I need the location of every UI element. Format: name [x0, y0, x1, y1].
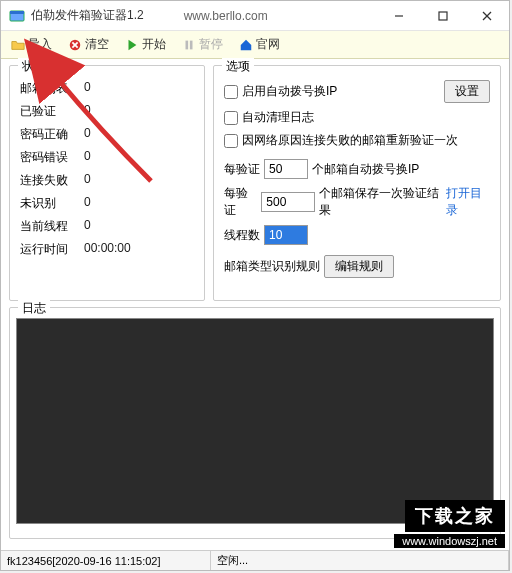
edit-rule-button[interactable]: 编辑规则: [324, 255, 394, 278]
status-label: 已验证: [20, 103, 84, 120]
statusbar-right: 空闲...: [211, 551, 509, 570]
start-button[interactable]: 开始: [119, 34, 172, 55]
log-textarea[interactable]: [16, 318, 494, 524]
svg-marker-9: [129, 39, 137, 50]
pause-button[interactable]: 暂停: [176, 34, 229, 55]
status-row: 密码错误0: [20, 149, 194, 166]
status-value: 0: [84, 195, 91, 212]
play-icon: [125, 38, 139, 52]
svg-rect-3: [439, 12, 447, 20]
import-button[interactable]: 导入: [5, 34, 58, 55]
pause-label: 暂停: [199, 36, 223, 53]
toolbar: 导入 清空 开始 暂停 官网: [1, 31, 509, 59]
status-label: 邮箱列表: [20, 80, 84, 97]
status-value: 0: [84, 172, 91, 189]
import-label: 导入: [28, 36, 52, 53]
dial-suffix: 个邮箱自动拨号换IP: [312, 161, 419, 178]
titlebar: 伯勒发件箱验证器1.2 www.berllo.com: [1, 1, 509, 31]
threads-input[interactable]: [264, 225, 308, 245]
dial-prefix: 每验证: [224, 161, 260, 178]
options-panel-title: 选项: [222, 58, 254, 75]
clear-icon: [68, 38, 82, 52]
watermark-logo: 下载之家: [405, 500, 505, 532]
save-prefix: 每验证: [224, 185, 257, 219]
status-label: 密码正确: [20, 126, 84, 143]
retry-label: 因网络原因连接失败的邮箱重新验证一次: [242, 132, 458, 149]
options-panel: 选项 启用自动拨号换IP 设置 自动清理日志 因网络原因连接失败的邮箱重新验证一…: [213, 65, 501, 301]
status-row: 当前线程0: [20, 218, 194, 235]
status-value: 00:00:00: [84, 241, 131, 258]
save-count-input[interactable]: [261, 192, 315, 212]
status-panel-title: 状态: [18, 58, 50, 75]
status-label: 当前线程: [20, 218, 84, 235]
status-row: 邮箱列表0: [20, 80, 194, 97]
status-label: 运行时间: [20, 241, 84, 258]
minimize-button[interactable]: [377, 1, 421, 31]
autodial-label: 启用自动拨号换IP: [242, 83, 337, 100]
dial-count-input[interactable]: [264, 159, 308, 179]
autoclean-label: 自动清理日志: [242, 109, 314, 126]
status-value: 0: [84, 218, 91, 235]
save-suffix: 个邮箱保存一次验证结果: [319, 185, 441, 219]
app-icon: [9, 8, 25, 24]
status-value: 0: [84, 149, 91, 166]
svg-rect-10: [186, 40, 189, 49]
window-title: 伯勒发件箱验证器1.2: [31, 7, 144, 24]
rule-label: 邮箱类型识别规则: [224, 258, 320, 275]
status-label: 密码错误: [20, 149, 84, 166]
status-row: 连接失败0: [20, 172, 194, 189]
status-row: 密码正确0: [20, 126, 194, 143]
site-button[interactable]: 官网: [233, 34, 286, 55]
status-value: 0: [84, 126, 91, 143]
status-label: 未识别: [20, 195, 84, 212]
clear-label: 清空: [85, 36, 109, 53]
statusbar-left: fk123456[2020-09-16 11:15:02]: [1, 551, 211, 570]
statusbar: fk123456[2020-09-16 11:15:02] 空闲...: [1, 550, 509, 570]
status-value: 0: [84, 103, 91, 120]
svg-rect-11: [190, 40, 193, 49]
home-icon: [239, 38, 253, 52]
status-row: 未识别0: [20, 195, 194, 212]
status-label: 连接失败: [20, 172, 84, 189]
maximize-button[interactable]: [421, 1, 465, 31]
window-url: www.berllo.com: [184, 9, 268, 23]
autodial-checkbox[interactable]: [224, 85, 238, 99]
site-label: 官网: [256, 36, 280, 53]
pause-icon: [182, 38, 196, 52]
autoclean-checkbox[interactable]: [224, 111, 238, 125]
watermark-url: www.windowszj.net: [394, 534, 505, 548]
status-panel: 状态 邮箱列表0已验证0密码正确0密码错误0连接失败0未识别0当前线程0运行时间…: [9, 65, 205, 301]
settings-button[interactable]: 设置: [444, 80, 490, 103]
retry-checkbox[interactable]: [224, 134, 238, 148]
open-dir-link[interactable]: 打开目录: [446, 185, 490, 219]
status-row: 已验证0: [20, 103, 194, 120]
start-label: 开始: [142, 36, 166, 53]
clear-button[interactable]: 清空: [62, 34, 115, 55]
threads-label: 线程数: [224, 227, 260, 244]
svg-rect-1: [10, 11, 24, 14]
folder-open-icon: [11, 38, 25, 52]
log-panel-title: 日志: [18, 300, 50, 317]
status-value: 0: [84, 80, 91, 97]
close-button[interactable]: [465, 1, 509, 31]
status-row: 运行时间00:00:00: [20, 241, 194, 258]
